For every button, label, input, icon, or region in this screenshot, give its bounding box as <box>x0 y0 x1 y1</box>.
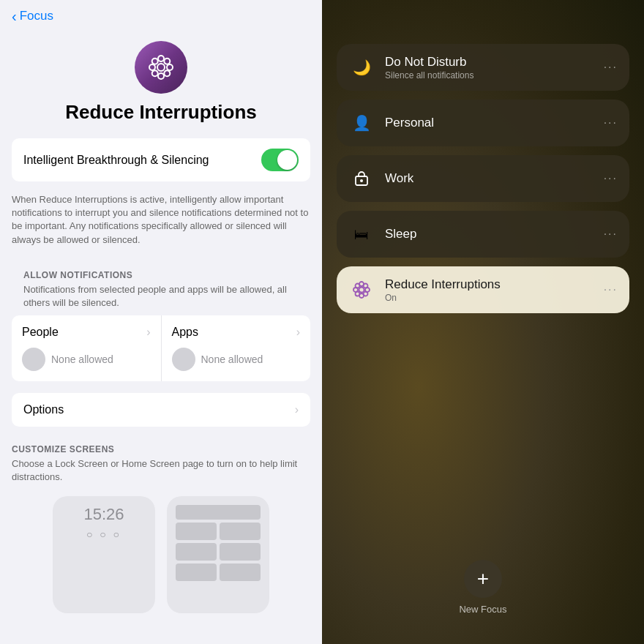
people-chevron-icon: › <box>146 326 150 339</box>
new-focus-area: + New Focus <box>322 560 644 615</box>
people-apps-grid: People › None allowed Apps › None allowe… <box>12 315 310 381</box>
description-text: When Reduce Interruptions is active, int… <box>0 193 322 258</box>
more-button-work[interactable]: ··· <box>604 172 618 185</box>
grid-block-3 <box>176 543 217 561</box>
flower-icon <box>146 53 176 82</box>
customize-desc: Choose a Lock Screen or Home Screen page… <box>12 457 310 484</box>
grid-block-6 <box>220 564 261 581</box>
person-icon: 👤 <box>348 110 375 136</box>
app-icon <box>135 41 187 94</box>
flower-active-icon <box>348 277 375 303</box>
left-panel: ‹ Focus Reduce Interruptions Intelligent… <box>0 0 322 644</box>
people-col[interactable]: People › None allowed <box>12 315 162 381</box>
toggle-row[interactable]: Intelligent Breakthrough & Silencing <box>12 138 310 181</box>
screen-time: 15:26 <box>61 505 146 524</box>
focus-list: 🌙 Do Not Disturb Silence all notificatio… <box>337 44 629 313</box>
customize-section: CUSTOMIZE SCREENS Choose a Lock Screen o… <box>0 444 322 613</box>
svg-point-19 <box>356 292 360 296</box>
focus-item-work[interactable]: Work ··· <box>337 155 629 202</box>
svg-point-11 <box>359 288 364 293</box>
screen-dots: ○ ○ ○ <box>61 528 146 540</box>
options-row[interactable]: Options › <box>12 393 310 427</box>
svg-point-5 <box>152 59 158 64</box>
grid-block-top <box>176 505 261 520</box>
apps-label: Apps <box>172 326 198 339</box>
focus-name-personal: Personal <box>385 116 594 130</box>
back-label: Focus <box>20 9 53 23</box>
more-button-reduce-interruptions[interactable]: ··· <box>604 283 618 296</box>
svg-point-6 <box>164 70 170 76</box>
apps-none-text: None allowed <box>201 353 263 365</box>
focus-info-sleep: Sleep <box>385 227 594 242</box>
apps-icon-placeholder <box>172 348 195 371</box>
svg-point-16 <box>356 284 360 288</box>
focus-info-reduce-interruptions: Reduce Interruptions On <box>385 277 594 303</box>
svg-point-4 <box>167 64 173 70</box>
focus-item-reduce-interruptions[interactable]: Reduce Interruptions On ··· <box>337 266 629 313</box>
people-none-row: None allowed <box>12 343 161 381</box>
back-chevron-icon: ‹ <box>12 9 17 23</box>
home-screen-preview[interactable] <box>167 496 269 613</box>
svg-point-18 <box>364 284 368 288</box>
svg-point-0 <box>157 64 165 71</box>
back-button[interactable]: ‹ Focus <box>12 9 310 23</box>
toggle-knob <box>277 150 297 170</box>
grid-block-1 <box>176 523 217 540</box>
allow-notifications-header: ALLOW NOTIFICATIONS <box>12 258 310 283</box>
svg-point-3 <box>149 64 155 70</box>
options-label: Options <box>23 403 64 416</box>
new-focus-label: New Focus <box>459 604 506 615</box>
app-icon-container <box>0 41 322 94</box>
svg-point-8 <box>152 70 158 76</box>
focus-info-do-not-disturb: Do Not Disturb Silence all notifications <box>385 55 594 80</box>
grid-block-2 <box>220 523 261 540</box>
more-button-personal[interactable]: ··· <box>604 116 618 130</box>
focus-item-personal[interactable]: 👤 Personal ··· <box>337 100 629 146</box>
people-label: People <box>22 326 59 339</box>
more-button-do-not-disturb[interactable]: ··· <box>604 61 618 74</box>
sleep-icon: 🛏 <box>348 221 375 247</box>
lock-screen-preview[interactable]: 15:26 ○ ○ ○ <box>53 496 155 613</box>
focus-name-work: Work <box>385 171 594 186</box>
grid-block-5 <box>176 564 217 581</box>
allow-section: ALLOW NOTIFICATIONS Notifications from s… <box>12 258 310 381</box>
svg-point-1 <box>158 56 164 61</box>
page-title: Reduce Interruptions <box>0 101 322 124</box>
top-bar: ‹ Focus <box>0 0 322 29</box>
apps-col[interactable]: Apps › None allowed <box>162 315 311 381</box>
options-chevron-icon: › <box>295 403 299 416</box>
allow-notifications-desc: Notifications from selected people and a… <box>12 283 310 315</box>
toggle-switch[interactable] <box>261 149 299 171</box>
focus-name-do-not-disturb: Do Not Disturb <box>385 55 594 70</box>
svg-point-10 <box>360 179 363 182</box>
apps-header[interactable]: Apps › <box>162 315 311 343</box>
svg-point-17 <box>364 292 368 296</box>
right-panel: 🌙 Do Not Disturb Silence all notificatio… <box>322 0 644 644</box>
people-header[interactable]: People › <box>12 315 161 343</box>
apps-chevron-icon: › <box>296 326 300 339</box>
svg-point-7 <box>164 59 170 64</box>
focus-item-do-not-disturb[interactable]: 🌙 Do Not Disturb Silence all notificatio… <box>337 44 629 91</box>
focus-name-sleep: Sleep <box>385 227 594 242</box>
toggle-label: Intelligent Breakthrough & Silencing <box>23 154 261 167</box>
screen-preview: 15:26 ○ ○ ○ <box>12 496 310 613</box>
toggle-section: Intelligent Breakthrough & Silencing <box>12 138 310 181</box>
focus-info-personal: Personal <box>385 116 594 130</box>
grid-block-4 <box>220 543 261 561</box>
screen-grid <box>176 523 261 581</box>
apps-none-row: None allowed <box>162 343 311 381</box>
people-avatar-placeholder <box>22 348 45 371</box>
focus-item-sleep[interactable]: 🛏 Sleep ··· <box>337 211 629 258</box>
focus-info-work: Work <box>385 171 594 186</box>
customize-header: CUSTOMIZE SCREENS <box>12 444 310 454</box>
focus-subtitle-do-not-disturb: Silence all notifications <box>385 70 594 80</box>
work-icon <box>348 165 375 192</box>
more-button-sleep[interactable]: ··· <box>604 228 618 241</box>
new-focus-button[interactable]: + <box>464 560 502 598</box>
moon-icon: 🌙 <box>348 54 375 80</box>
focus-subtitle-reduce-interruptions: On <box>385 293 594 303</box>
focus-name-reduce-interruptions: Reduce Interruptions <box>385 277 594 292</box>
svg-point-2 <box>158 73 164 79</box>
people-none-text: None allowed <box>51 353 113 365</box>
